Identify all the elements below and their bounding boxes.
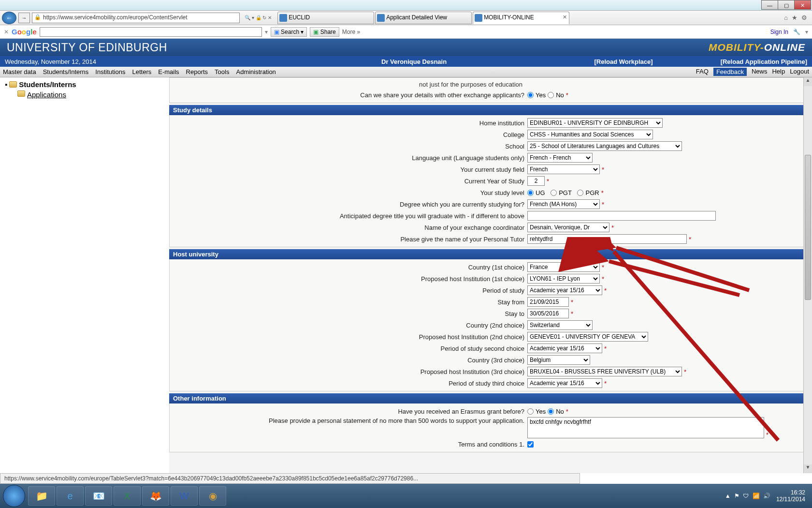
info-bar: Wednesday, November 12, 2014 Dr Veroniqu… [0, 56, 812, 67]
tab-applicant[interactable]: Applicant Detailed View [375, 12, 472, 24]
college-select[interactable]: CHSS - Humanities and Social Sciences [527, 130, 653, 139]
period2-select[interactable]: Academic year 15/16 [527, 344, 602, 353]
menu-help[interactable]: Help [772, 68, 785, 76]
google-logo: Google [12, 28, 37, 36]
language-unit-select[interactable]: French - French [527, 153, 593, 163]
tab-close-icon[interactable]: ✕ [563, 14, 567, 20]
taskbar-firefox[interactable]: 🦊 [142, 486, 169, 506]
radio-label: No [556, 408, 564, 415]
terms-checkbox[interactable] [527, 441, 534, 448]
menu-reports[interactable]: Reports [186, 68, 208, 75]
year-of-study-label: Current Year of Study [170, 178, 527, 185]
scroll-up-icon[interactable]: ▲ [804, 77, 812, 86]
menu-tools[interactable]: Tools [215, 68, 229, 75]
personal-statement-textarea[interactable] [527, 417, 764, 438]
level-pgr-radio[interactable] [577, 190, 583, 196]
tab-euclid[interactable]: EUCLID [277, 12, 374, 24]
coordinator-select[interactable]: Desnain, Veronique, Dr [527, 223, 609, 232]
nav-forward-button[interactable]: → [18, 13, 30, 23]
menu-students[interactable]: Students/Interns [43, 68, 89, 75]
home-institution-label: Home institution [170, 120, 527, 127]
institution3-select[interactable]: BRUXEL04 - BRUSSELS FREE UNIVERSITY (ULB… [527, 367, 682, 376]
radio-label: PGR [585, 189, 599, 196]
menu-letters[interactable]: Letters [132, 68, 151, 75]
share-no-radio[interactable] [548, 92, 554, 98]
anticipated-degree-label: Anticipated degree title you will gradua… [170, 212, 527, 220]
wrench-icon[interactable]: 🔧 [793, 29, 800, 35]
start-button[interactable] [3, 485, 25, 507]
scroll-down-icon[interactable]: ▼ [804, 464, 812, 473]
anticipated-degree-input[interactable] [527, 211, 716, 221]
country2-label: Country (2nd choice) [170, 322, 527, 329]
taskbar-app[interactable]: ◉ [199, 486, 226, 506]
window-maximize[interactable]: ▢ [778, 0, 795, 10]
country3-select[interactable]: Belgium [527, 355, 590, 365]
menu-logout[interactable]: Logout [790, 68, 809, 76]
url-field[interactable]: 🔒 https://www.service4mobility.com/europ… [32, 13, 240, 23]
taskbar-ie[interactable]: e [57, 486, 84, 506]
taskbar-explorer[interactable]: 📁 [28, 486, 55, 506]
tutor-input[interactable] [527, 234, 687, 244]
window-minimize[interactable]: — [761, 0, 778, 10]
country2-select[interactable]: Switzerland [527, 320, 593, 330]
google-share-button[interactable]: ▣ Share [310, 27, 339, 37]
erasmus-yes-radio[interactable] [527, 408, 534, 415]
menu-administration[interactable]: Administration [236, 68, 276, 75]
menu-news[interactable]: News [752, 68, 768, 76]
gear-icon[interactable]: ⚙ [801, 14, 807, 21]
tree-root-students[interactable]: ▪ Students/Interns [5, 80, 164, 89]
stay-from-input[interactable] [527, 297, 569, 307]
browser-status-bar: https://www.service4mobility.com/europe/… [0, 473, 580, 484]
reload-workplace-link[interactable]: [Reload Workplace] [594, 58, 653, 65]
school-label: School [170, 143, 527, 150]
tree-item-applications[interactable]: Applications [17, 90, 164, 99]
period2-label: Period of study second choice [170, 345, 527, 352]
google-search-input[interactable] [40, 27, 262, 37]
study-field-select[interactable]: French [527, 164, 600, 174]
windows-taskbar: 📁 e 📧 X 🦊 W ◉ ▲ ⚑ 🛡 📶 🔊 16:32 12/11/2014 [0, 484, 812, 508]
menu-institutions[interactable]: Institutions [95, 68, 125, 75]
period3-select[interactable]: Academic year 15/16 [527, 378, 602, 388]
nav-back-button[interactable]: ← [2, 12, 16, 24]
tab-mobility-online[interactable]: MOBILITY-ONLINE✕ [473, 12, 569, 24]
period1-select[interactable]: Academic year 15/16 [527, 285, 602, 295]
degree-select[interactable]: French (MA Hons) [527, 199, 600, 209]
share-yes-radio[interactable] [527, 92, 534, 98]
language-unit-label: Language unit (Language students only) [170, 154, 527, 162]
toolbar-close-icon[interactable]: ✕ [4, 29, 9, 35]
level-pgt-radio[interactable] [551, 190, 557, 196]
home-institution-select[interactable]: EDINBUR01 - UNIVERSITY OF EDINBURGH [527, 118, 663, 128]
google-more-link[interactable]: More » [342, 29, 360, 35]
tree-child-label: Applications [27, 90, 66, 99]
menu-emails[interactable]: E-mails [158, 68, 179, 75]
tray-icons[interactable]: ▲ ⚑ 🛡 📶 🔊 [725, 493, 771, 499]
institution1-select[interactable]: LYON61 - IEP Lyon [527, 274, 600, 284]
taskbar-excel[interactable]: X [114, 486, 141, 506]
tray-time: 16:32 [776, 489, 805, 496]
school-select[interactable]: 25 - School of Literatures Languages and… [527, 141, 682, 151]
institution2-label: Proposed host Institution (2nd choice) [170, 333, 527, 341]
folder-icon [17, 90, 25, 97]
taskbar-word[interactable]: W [171, 486, 198, 506]
sidebar: ▪ Students/Interns Applications [0, 77, 169, 473]
folder-icon [9, 81, 17, 88]
tab-label: MOBILITY-ONLINE [484, 14, 534, 21]
level-ug-radio[interactable] [527, 190, 534, 196]
taskbar-outlook[interactable]: 📧 [85, 486, 112, 506]
menu-master-data[interactable]: Master data [3, 68, 36, 75]
window-close[interactable]: ✕ [794, 0, 811, 10]
stay-to-input[interactable] [527, 309, 569, 318]
google-search-button[interactable]: ▣ Search ▾ [271, 27, 307, 37]
institution2-select[interactable]: GENEVE01 - UNIVERSITY OF GENEVA [527, 332, 648, 342]
google-signin-link[interactable]: Sign In [770, 29, 788, 35]
reload-pipeline-link[interactable]: [Reload Application Pipeline] [721, 58, 807, 65]
year-of-study-input[interactable] [527, 176, 545, 186]
country1-select[interactable]: France [527, 262, 600, 272]
scroll-thumb[interactable] [805, 155, 811, 300]
menu-feedback[interactable]: Feedback [713, 68, 747, 76]
erasmus-no-radio[interactable] [548, 408, 554, 415]
favorites-icon[interactable]: ★ [792, 14, 798, 21]
content-scrollbar[interactable]: ▲ ▼ [803, 77, 812, 473]
home-icon[interactable]: ⌂ [784, 14, 788, 21]
menu-faq[interactable]: FAQ [696, 68, 709, 76]
